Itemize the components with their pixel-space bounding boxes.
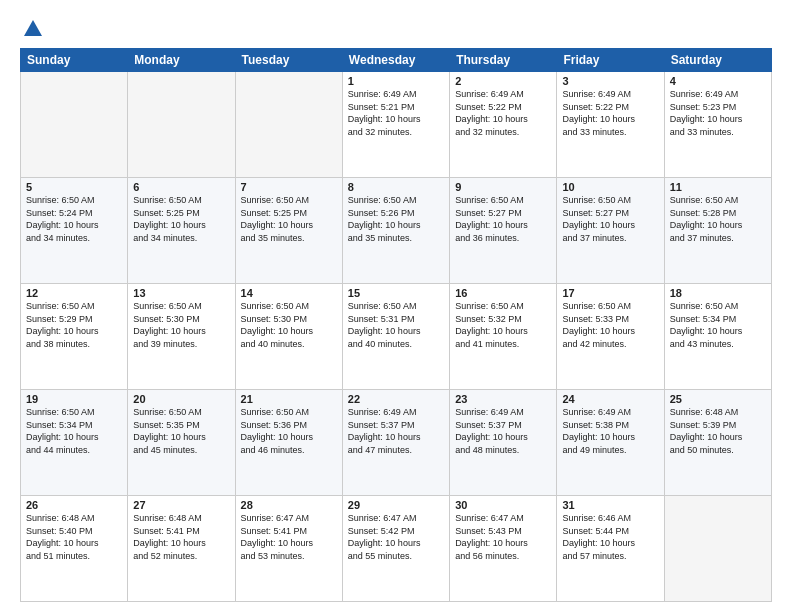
day-info: Sunrise: 6:50 AM Sunset: 5:29 PM Dayligh… xyxy=(26,300,122,350)
day-info: Sunrise: 6:48 AM Sunset: 5:39 PM Dayligh… xyxy=(670,406,766,456)
day-number: 23 xyxy=(455,393,551,405)
calendar-cell: 23Sunrise: 6:49 AM Sunset: 5:37 PM Dayli… xyxy=(450,390,557,496)
day-number: 31 xyxy=(562,499,658,511)
day-number: 3 xyxy=(562,75,658,87)
calendar-cell: 13Sunrise: 6:50 AM Sunset: 5:30 PM Dayli… xyxy=(128,284,235,390)
day-number: 8 xyxy=(348,181,444,193)
svg-marker-0 xyxy=(24,20,42,36)
calendar-cell: 26Sunrise: 6:48 AM Sunset: 5:40 PM Dayli… xyxy=(21,496,128,602)
day-number: 7 xyxy=(241,181,337,193)
calendar-header-row: SundayMondayTuesdayWednesdayThursdayFrid… xyxy=(21,49,772,72)
day-number: 14 xyxy=(241,287,337,299)
calendar-cell: 1Sunrise: 6:49 AM Sunset: 5:21 PM Daylig… xyxy=(342,72,449,178)
calendar-page: SundayMondayTuesdayWednesdayThursdayFrid… xyxy=(0,0,792,612)
day-info: Sunrise: 6:50 AM Sunset: 5:30 PM Dayligh… xyxy=(133,300,229,350)
day-number: 29 xyxy=(348,499,444,511)
day-info: Sunrise: 6:50 AM Sunset: 5:36 PM Dayligh… xyxy=(241,406,337,456)
calendar-cell: 2Sunrise: 6:49 AM Sunset: 5:22 PM Daylig… xyxy=(450,72,557,178)
calendar-cell: 29Sunrise: 6:47 AM Sunset: 5:42 PM Dayli… xyxy=(342,496,449,602)
day-number: 26 xyxy=(26,499,122,511)
logo-icon xyxy=(22,18,44,40)
calendar-cell: 11Sunrise: 6:50 AM Sunset: 5:28 PM Dayli… xyxy=(664,178,771,284)
calendar-cell: 16Sunrise: 6:50 AM Sunset: 5:32 PM Dayli… xyxy=(450,284,557,390)
calendar-cell: 17Sunrise: 6:50 AM Sunset: 5:33 PM Dayli… xyxy=(557,284,664,390)
week-row-3: 12Sunrise: 6:50 AM Sunset: 5:29 PM Dayli… xyxy=(21,284,772,390)
day-number: 19 xyxy=(26,393,122,405)
calendar-cell: 5Sunrise: 6:50 AM Sunset: 5:24 PM Daylig… xyxy=(21,178,128,284)
calendar-cell: 6Sunrise: 6:50 AM Sunset: 5:25 PM Daylig… xyxy=(128,178,235,284)
day-info: Sunrise: 6:49 AM Sunset: 5:23 PM Dayligh… xyxy=(670,88,766,138)
calendar-cell xyxy=(21,72,128,178)
calendar-cell: 7Sunrise: 6:50 AM Sunset: 5:25 PM Daylig… xyxy=(235,178,342,284)
day-info: Sunrise: 6:50 AM Sunset: 5:24 PM Dayligh… xyxy=(26,194,122,244)
week-row-1: 1Sunrise: 6:49 AM Sunset: 5:21 PM Daylig… xyxy=(21,72,772,178)
calendar-cell: 15Sunrise: 6:50 AM Sunset: 5:31 PM Dayli… xyxy=(342,284,449,390)
day-info: Sunrise: 6:50 AM Sunset: 5:32 PM Dayligh… xyxy=(455,300,551,350)
day-number: 27 xyxy=(133,499,229,511)
day-number: 17 xyxy=(562,287,658,299)
day-info: Sunrise: 6:50 AM Sunset: 5:27 PM Dayligh… xyxy=(455,194,551,244)
day-info: Sunrise: 6:49 AM Sunset: 5:22 PM Dayligh… xyxy=(455,88,551,138)
day-number: 13 xyxy=(133,287,229,299)
calendar-cell: 30Sunrise: 6:47 AM Sunset: 5:43 PM Dayli… xyxy=(450,496,557,602)
calendar-cell: 12Sunrise: 6:50 AM Sunset: 5:29 PM Dayli… xyxy=(21,284,128,390)
week-row-2: 5Sunrise: 6:50 AM Sunset: 5:24 PM Daylig… xyxy=(21,178,772,284)
day-info: Sunrise: 6:48 AM Sunset: 5:41 PM Dayligh… xyxy=(133,512,229,562)
day-info: Sunrise: 6:50 AM Sunset: 5:27 PM Dayligh… xyxy=(562,194,658,244)
day-number: 25 xyxy=(670,393,766,405)
day-number: 18 xyxy=(670,287,766,299)
calendar-cell: 9Sunrise: 6:50 AM Sunset: 5:27 PM Daylig… xyxy=(450,178,557,284)
header-sunday: Sunday xyxy=(21,49,128,72)
day-info: Sunrise: 6:46 AM Sunset: 5:44 PM Dayligh… xyxy=(562,512,658,562)
day-info: Sunrise: 6:47 AM Sunset: 5:43 PM Dayligh… xyxy=(455,512,551,562)
header-friday: Friday xyxy=(557,49,664,72)
day-info: Sunrise: 6:49 AM Sunset: 5:37 PM Dayligh… xyxy=(348,406,444,456)
header-saturday: Saturday xyxy=(664,49,771,72)
day-number: 12 xyxy=(26,287,122,299)
week-row-5: 26Sunrise: 6:48 AM Sunset: 5:40 PM Dayli… xyxy=(21,496,772,602)
calendar-cell: 21Sunrise: 6:50 AM Sunset: 5:36 PM Dayli… xyxy=(235,390,342,496)
calendar-cell: 27Sunrise: 6:48 AM Sunset: 5:41 PM Dayli… xyxy=(128,496,235,602)
day-info: Sunrise: 6:49 AM Sunset: 5:37 PM Dayligh… xyxy=(455,406,551,456)
calendar-cell xyxy=(664,496,771,602)
header-thursday: Thursday xyxy=(450,49,557,72)
calendar-cell: 22Sunrise: 6:49 AM Sunset: 5:37 PM Dayli… xyxy=(342,390,449,496)
day-info: Sunrise: 6:50 AM Sunset: 5:25 PM Dayligh… xyxy=(133,194,229,244)
header xyxy=(20,18,772,40)
day-number: 5 xyxy=(26,181,122,193)
day-info: Sunrise: 6:49 AM Sunset: 5:38 PM Dayligh… xyxy=(562,406,658,456)
day-info: Sunrise: 6:50 AM Sunset: 5:34 PM Dayligh… xyxy=(670,300,766,350)
calendar-cell: 8Sunrise: 6:50 AM Sunset: 5:26 PM Daylig… xyxy=(342,178,449,284)
day-number: 6 xyxy=(133,181,229,193)
calendar-cell: 10Sunrise: 6:50 AM Sunset: 5:27 PM Dayli… xyxy=(557,178,664,284)
day-number: 28 xyxy=(241,499,337,511)
day-info: Sunrise: 6:50 AM Sunset: 5:35 PM Dayligh… xyxy=(133,406,229,456)
day-number: 10 xyxy=(562,181,658,193)
day-number: 20 xyxy=(133,393,229,405)
logo xyxy=(20,18,44,40)
day-number: 21 xyxy=(241,393,337,405)
day-number: 11 xyxy=(670,181,766,193)
calendar-cell: 18Sunrise: 6:50 AM Sunset: 5:34 PM Dayli… xyxy=(664,284,771,390)
calendar-cell: 24Sunrise: 6:49 AM Sunset: 5:38 PM Dayli… xyxy=(557,390,664,496)
day-number: 16 xyxy=(455,287,551,299)
day-info: Sunrise: 6:50 AM Sunset: 5:25 PM Dayligh… xyxy=(241,194,337,244)
calendar-cell xyxy=(128,72,235,178)
calendar-cell: 14Sunrise: 6:50 AM Sunset: 5:30 PM Dayli… xyxy=(235,284,342,390)
day-number: 2 xyxy=(455,75,551,87)
day-number: 15 xyxy=(348,287,444,299)
calendar-cell: 19Sunrise: 6:50 AM Sunset: 5:34 PM Dayli… xyxy=(21,390,128,496)
calendar-cell xyxy=(235,72,342,178)
day-number: 30 xyxy=(455,499,551,511)
day-info: Sunrise: 6:50 AM Sunset: 5:34 PM Dayligh… xyxy=(26,406,122,456)
day-info: Sunrise: 6:47 AM Sunset: 5:42 PM Dayligh… xyxy=(348,512,444,562)
day-info: Sunrise: 6:50 AM Sunset: 5:33 PM Dayligh… xyxy=(562,300,658,350)
calendar-cell: 3Sunrise: 6:49 AM Sunset: 5:22 PM Daylig… xyxy=(557,72,664,178)
calendar-table: SundayMondayTuesdayWednesdayThursdayFrid… xyxy=(20,48,772,602)
header-wednesday: Wednesday xyxy=(342,49,449,72)
day-info: Sunrise: 6:50 AM Sunset: 5:26 PM Dayligh… xyxy=(348,194,444,244)
day-info: Sunrise: 6:50 AM Sunset: 5:28 PM Dayligh… xyxy=(670,194,766,244)
calendar-cell: 28Sunrise: 6:47 AM Sunset: 5:41 PM Dayli… xyxy=(235,496,342,602)
week-row-4: 19Sunrise: 6:50 AM Sunset: 5:34 PM Dayli… xyxy=(21,390,772,496)
day-info: Sunrise: 6:49 AM Sunset: 5:22 PM Dayligh… xyxy=(562,88,658,138)
